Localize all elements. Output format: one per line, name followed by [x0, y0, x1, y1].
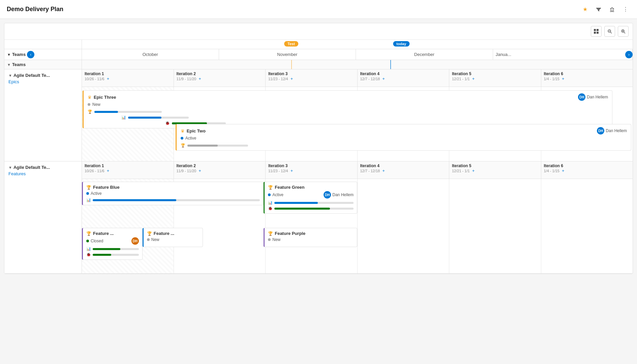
- bug-icon-e3: 🐞: [165, 121, 170, 125]
- nav-next-btn[interactable]: ›: [625, 51, 633, 58]
- iter-name-f1: Iteration 1: [85, 163, 171, 168]
- iter-add-e2[interactable]: +: [199, 76, 201, 81]
- test-line: [291, 60, 292, 69]
- iter-name-f5: Iteration 5: [452, 163, 538, 168]
- team-type-link-features[interactable]: Features: [8, 171, 26, 176]
- feat-mid-status: New: [151, 237, 159, 242]
- feat-ba-icon1: 📊: [86, 247, 91, 251]
- feat-green-bar1-fill: [274, 202, 318, 204]
- feat-mid-trophy: 🏆: [147, 231, 152, 236]
- bar-bg-e3-2: [128, 117, 189, 119]
- svg-rect-2: [594, 32, 596, 34]
- iter-add-e1[interactable]: +: [107, 76, 110, 81]
- iter-add-f2[interactable]: +: [199, 168, 201, 173]
- feat-green-title-row: 🏆 Feature Green: [268, 185, 354, 190]
- iter-name-e3: Iteration 3: [268, 71, 355, 76]
- iter-add-f1[interactable]: +: [107, 168, 110, 173]
- feat-green-status-row: Active DH Dan Hellem: [268, 191, 354, 199]
- feat-ba-bar2-bg: [93, 254, 139, 256]
- team-collapse-epics[interactable]: ▼: [8, 73, 12, 78]
- feat-ba-bar1: 📊: [86, 247, 139, 251]
- iter-add-f5[interactable]: +: [472, 168, 475, 173]
- star-icon[interactable]: ★: [580, 5, 590, 14]
- zoom-out-btn[interactable]: [604, 26, 615, 37]
- feat-green-bar2: 🐞: [268, 206, 354, 211]
- expand-teams-icon[interactable]: ▼: [7, 63, 11, 67]
- iter-date-f3: 11/23 - 12/4 +: [268, 168, 355, 173]
- epic-two-crown: ♛: [181, 128, 185, 133]
- epic-three-card[interactable]: ♛ Epic Three DH Dan Hellem New: [83, 90, 612, 128]
- nav-prev-btn[interactable]: ‹: [27, 51, 34, 58]
- feat-ba-bar1-fill: [93, 248, 120, 250]
- epic-three-header: ♛ Epic Three DH Dan Hellem: [88, 93, 608, 101]
- feat-green-bar2-bg: [274, 208, 354, 210]
- epics-body: ♛ Epic Three DH Dan Hellem New: [82, 87, 633, 161]
- epic-two-title-row: ♛ Epic Two: [181, 128, 206, 133]
- iter-add-e5[interactable]: +: [472, 76, 475, 81]
- bar-fill-e2: [187, 145, 218, 147]
- iter-add-f4[interactable]: +: [382, 168, 385, 173]
- zoom-in-btn[interactable]: [618, 26, 629, 37]
- filter-icon[interactable]: [594, 5, 603, 14]
- iter-name-e4: Iteration 4: [360, 71, 447, 76]
- team-collapse-features[interactable]: ▼: [8, 165, 12, 170]
- table-view-btn[interactable]: [591, 26, 602, 37]
- team-name-features: Agile Default Te...: [13, 165, 50, 170]
- feat-bg-5: [449, 179, 541, 273]
- epic-three-bar2: 📊: [121, 115, 608, 120]
- teams-label-text: Teams: [12, 62, 26, 67]
- epic-three-crown: ♛: [88, 95, 92, 100]
- feat-purple-dot: [268, 238, 271, 241]
- teams-heading: Teams: [12, 52, 26, 57]
- months-cells: October November December Janua... ›: [82, 49, 633, 60]
- epic-three-title-row: ♛ Epic Three: [88, 95, 116, 100]
- month-january: Janua...: [493, 49, 633, 60]
- features-body: 🏆 Feature Blue Active 📊: [82, 179, 633, 273]
- epic-two-title: Epic Two: [187, 128, 206, 133]
- feature-blue-card[interactable]: 🏆 Feature Blue Active 📊: [82, 182, 264, 205]
- feat-green-title: Feature Green: [275, 185, 304, 190]
- feat-bg-6: [541, 179, 633, 273]
- page-title: Demo Delivery Plan: [7, 6, 63, 13]
- svg-line-5: [610, 32, 612, 33]
- epic-three-status: New: [92, 102, 100, 107]
- feature-blue-active-card[interactable]: 🏆 Feature ... Closed DH 📊: [82, 228, 143, 260]
- feature-purple-card[interactable]: 🏆 Feature Purple New: [264, 228, 357, 247]
- more-options-icon[interactable]: ⋮: [621, 5, 630, 14]
- epic-two-status-row: Active: [181, 136, 627, 141]
- iter-add-e3[interactable]: +: [291, 76, 293, 81]
- month-november: November: [219, 49, 356, 60]
- marker-spacer: [4, 40, 82, 49]
- collapse-icon[interactable]: [607, 5, 617, 14]
- teams-label-row: ▼ Teams: [4, 60, 633, 69]
- feat-ba-status-text: Closed: [91, 239, 103, 243]
- feature-mid-card[interactable]: 🏆 Feature ... New: [143, 228, 203, 247]
- iter-name-f6: Iteration 6: [544, 163, 630, 168]
- feat-blue-bar-icon: 📊: [86, 198, 91, 202]
- iter-add-e4[interactable]: +: [382, 76, 385, 81]
- feat-mid-title: Feature ...: [154, 231, 174, 236]
- iter-add-f3[interactable]: +: [291, 168, 293, 173]
- epic-two-card[interactable]: ♛ Epic Two DH Dan Hellem Active 🏆: [176, 124, 631, 151]
- feat-green-bar1-bg: [274, 202, 354, 204]
- iter-name-f2: Iteration 2: [177, 163, 263, 168]
- team-type-link-epics[interactable]: Epics: [8, 79, 19, 84]
- iter-add-f6[interactable]: +: [562, 168, 565, 173]
- iter-add-e6[interactable]: +: [562, 76, 565, 81]
- today-line: [390, 60, 391, 69]
- feat-green-bar1-icon: 📊: [268, 201, 273, 205]
- iter-feat-6: Iteration 6 1/4 - 1/15 +: [541, 161, 633, 179]
- feature-green-card[interactable]: 🏆 Feature Green Active DH Dan Hellem: [264, 182, 357, 214]
- feat-ba-bar2: 🐞: [86, 252, 139, 257]
- iter-epics-1: Iteration 1 10/26 - 11/6 +: [82, 69, 174, 87]
- progress-icon-e3: 📊: [121, 115, 126, 120]
- feat-ba-title: Feature ...: [93, 231, 114, 236]
- epic-three-assignee: DH Dan Hellem: [578, 93, 608, 101]
- feat-blue-dot: [86, 192, 89, 195]
- collapse-teams-icon[interactable]: ▼: [7, 53, 11, 57]
- feat-green-trophy: 🏆: [268, 185, 273, 190]
- feat-blue-title: Feature Blue: [93, 185, 120, 190]
- test-marker: Test: [284, 41, 298, 47]
- iter-epics-6: Iteration 6 1/4 - 1/15 +: [541, 69, 633, 87]
- feat-purple-title: Feature Purple: [275, 231, 305, 236]
